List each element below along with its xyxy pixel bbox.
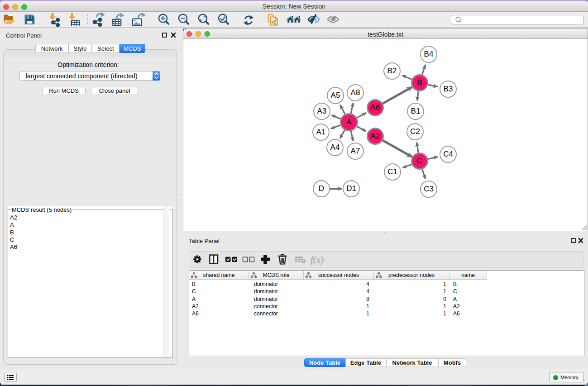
- svg-text:A4: A4: [330, 143, 340, 152]
- svg-text:B3: B3: [444, 85, 453, 93]
- svg-text:A1: A1: [316, 128, 326, 136]
- svg-text:C4: C4: [443, 150, 453, 158]
- svg-text:f(x): f(x): [311, 254, 324, 265]
- svg-text:C1: C1: [387, 167, 397, 176]
- svg-text:D: D: [319, 184, 324, 193]
- svg-text:A: A: [346, 118, 352, 126]
- svg-text:C2: C2: [410, 127, 420, 136]
- svg-text:B2: B2: [387, 67, 397, 75]
- svg-text:A8: A8: [351, 88, 360, 97]
- svg-text:A7: A7: [351, 147, 360, 155]
- svg-text:A5: A5: [331, 91, 340, 100]
- svg-text:B: B: [417, 78, 422, 87]
- svg-text:C3: C3: [424, 185, 434, 193]
- svg-text:A6: A6: [371, 103, 380, 112]
- svg-text:D1: D1: [346, 184, 356, 193]
- svg-text:B4: B4: [424, 50, 434, 58]
- svg-text:B1: B1: [411, 107, 421, 115]
- svg-text:A3: A3: [317, 107, 327, 115]
- svg-text:A2: A2: [371, 132, 380, 140]
- svg-text:C: C: [417, 157, 422, 165]
